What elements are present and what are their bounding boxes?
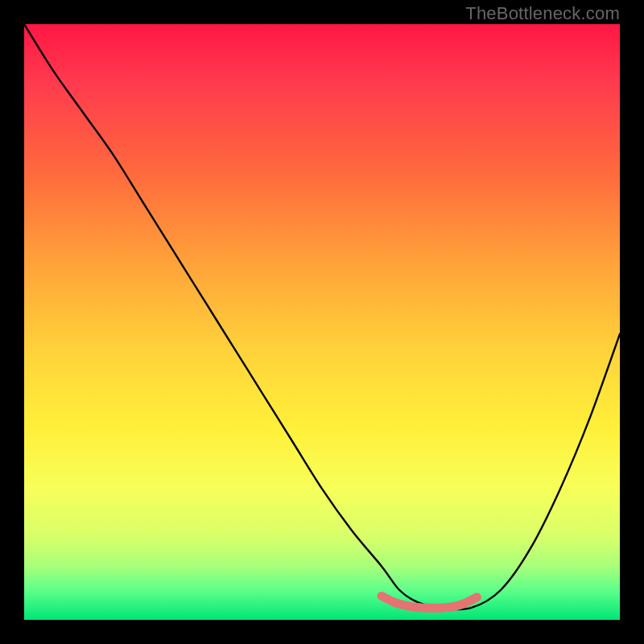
watermark-text: TheBottleneck.com	[465, 3, 620, 24]
optimal-range-path	[382, 596, 477, 608]
bottleneck-curve-path	[24, 24, 620, 609]
chart-overlay	[24, 24, 620, 620]
chart-canvas: TheBottleneck.com	[0, 0, 644, 644]
